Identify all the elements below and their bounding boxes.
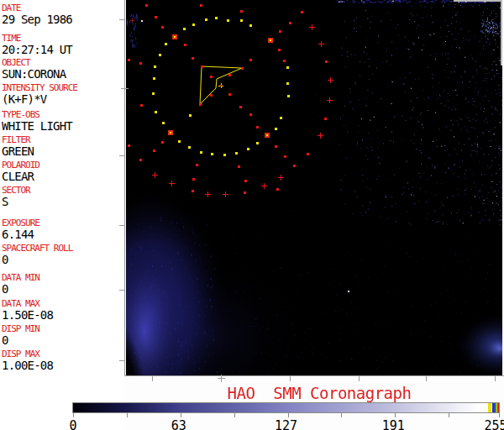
yellow-fiducial-dot bbox=[200, 151, 202, 154]
red-fiducial-dot bbox=[240, 10, 243, 13]
red-fiducial-dot bbox=[289, 22, 291, 24]
bottom-axis-cross bbox=[221, 375, 222, 382]
red-fiducial-dot bbox=[155, 16, 157, 18]
colorbar-tick bbox=[341, 413, 342, 417]
coronagraph-viewer: DATE29 Sep 1986TIME20:27:14 UTOBJECTSUN:… bbox=[0, 0, 504, 430]
red-fiducial-dot bbox=[244, 191, 246, 194]
field-value-object: SUN:CORONA bbox=[2, 67, 66, 81]
field-value-disp-max: 1.00E-08 bbox=[2, 359, 53, 372]
red-plus-marker bbox=[152, 172, 158, 178]
red-fiducial-dot bbox=[324, 118, 327, 120]
red-plus-marker bbox=[169, 181, 175, 186]
red-fiducial-dot bbox=[238, 165, 240, 168]
red-x-yellow-center-marker bbox=[168, 130, 173, 135]
red-fiducial-dot bbox=[307, 153, 309, 155]
red-fiducial-dot bbox=[199, 103, 202, 106]
yellow-fiducial-dot bbox=[240, 19, 243, 22]
yellow-fiducial-dot bbox=[155, 111, 157, 113]
red-fiducial-dot bbox=[293, 165, 296, 167]
red-fiducial-dot bbox=[249, 113, 252, 116]
field-value-type-obs: WHITE LIGHT bbox=[2, 119, 72, 133]
red-fiducial-dot bbox=[249, 59, 252, 61]
red-fiducial-dot bbox=[128, 59, 130, 61]
red-fiducial-dot bbox=[140, 104, 143, 107]
field-value-sector: S bbox=[2, 195, 8, 208]
red-plus-marker bbox=[261, 183, 267, 189]
colorbar-label-0: 0 bbox=[69, 418, 76, 430]
yellow-fiducial-dot bbox=[223, 154, 226, 156]
colorbar-tick bbox=[73, 413, 74, 417]
colorbar-tick bbox=[449, 413, 449, 417]
fiducial-polygon bbox=[126, 0, 502, 375]
red-fiducial-dot bbox=[244, 180, 247, 182]
dark-red-plus-marker bbox=[130, 18, 134, 23]
yellow-fiducial-dot bbox=[192, 24, 195, 26]
red-plus-marker bbox=[278, 175, 284, 181]
yellow-fiducial-dot bbox=[165, 43, 167, 45]
red-fiducial-dot bbox=[210, 76, 213, 78]
yellow-fiducial-dot bbox=[154, 66, 156, 68]
yellow-fiducial-dot bbox=[178, 140, 181, 143]
colorbar-tick bbox=[127, 413, 128, 417]
red-fiducial-dot bbox=[139, 62, 142, 65]
red-fiducial-dot bbox=[192, 57, 194, 60]
left-axis-tick bbox=[119, 360, 124, 361]
yellow-fiducial-dot bbox=[183, 28, 186, 30]
field-value-filter: GREEN bbox=[2, 144, 34, 158]
red-fiducial-dot bbox=[210, 94, 213, 97]
red-fiducial-dot bbox=[184, 44, 186, 46]
field-value-spacecraft-roll: 0 bbox=[2, 253, 8, 266]
left-axis-cross bbox=[124, 85, 125, 92]
red-fiducial-dot bbox=[192, 178, 195, 181]
coronagraph-display bbox=[126, 0, 502, 375]
field-value-data-min: 0 bbox=[2, 282, 8, 296]
yellow-fiducial-dot bbox=[235, 152, 238, 155]
yellow-fiducial-dot bbox=[249, 24, 252, 27]
red-plus-marker bbox=[318, 41, 324, 47]
red-fiducial-dot bbox=[201, 66, 203, 68]
field-value-intensity-source: (K+F)*V bbox=[2, 92, 46, 106]
yellow-fiducial-dot bbox=[215, 17, 218, 19]
red-fiducial-dot bbox=[192, 190, 194, 192]
instrument-title: HAO SMM Coronagraph bbox=[228, 384, 412, 402]
red-fiducial-dot bbox=[196, 164, 198, 166]
left-axis-tick bbox=[119, 19, 124, 20]
yellow-fiducial-dot bbox=[256, 142, 259, 144]
white-speck bbox=[141, 20, 143, 22]
yellow-fiducial-dot bbox=[275, 128, 277, 130]
red-fiducial-dot bbox=[228, 93, 231, 96]
red-fiducial-dot bbox=[200, 4, 202, 7]
red-fiducial-dot bbox=[239, 106, 242, 108]
yellow-fiducial-dot bbox=[286, 82, 289, 85]
field-value-data-max: 1.50E-08 bbox=[2, 308, 53, 322]
bottom-axis-tick bbox=[426, 376, 427, 381]
yellow-fiducial-dot bbox=[162, 122, 165, 124]
left-axis-tick bbox=[119, 290, 124, 291]
field-label-spacecraft-roll: SPACECRAFT ROLL bbox=[2, 243, 72, 254]
colorbar-label-63: 63 bbox=[171, 418, 186, 430]
white-speck bbox=[348, 291, 349, 292]
yellow-fiducial-dot bbox=[286, 66, 289, 69]
red-fiducial-dot bbox=[301, 11, 303, 13]
left-axis-tick bbox=[119, 155, 124, 156]
red-fiducial-dot bbox=[228, 74, 231, 76]
bottom-axis-tick bbox=[359, 376, 360, 381]
colorbar-tick bbox=[181, 413, 181, 417]
yellow-fiducial-dot bbox=[287, 95, 290, 97]
bottom-axis-tick bbox=[152, 376, 153, 381]
red-plus-marker bbox=[223, 191, 228, 197]
red-fiducial-dot bbox=[283, 60, 286, 62]
bottom-axis-tick bbox=[290, 376, 291, 381]
red-fiducial-dot bbox=[325, 60, 328, 63]
yellow-fiducial-dot bbox=[247, 148, 249, 150]
yellow-plus-marker bbox=[218, 83, 223, 88]
red-fiducial-dot bbox=[128, 144, 130, 147]
colorbar-tick bbox=[499, 413, 500, 417]
bottom-axis-tick bbox=[495, 376, 496, 381]
colorbar-label-127: 127 bbox=[275, 418, 297, 430]
yellow-fiducial-dot bbox=[205, 18, 207, 21]
red-fiducial-dot bbox=[276, 188, 279, 191]
colorbar-tick bbox=[395, 413, 396, 417]
yellow-fiducial-dot bbox=[280, 117, 282, 119]
field-value-time: 20:27:14 UT bbox=[2, 43, 72, 56]
